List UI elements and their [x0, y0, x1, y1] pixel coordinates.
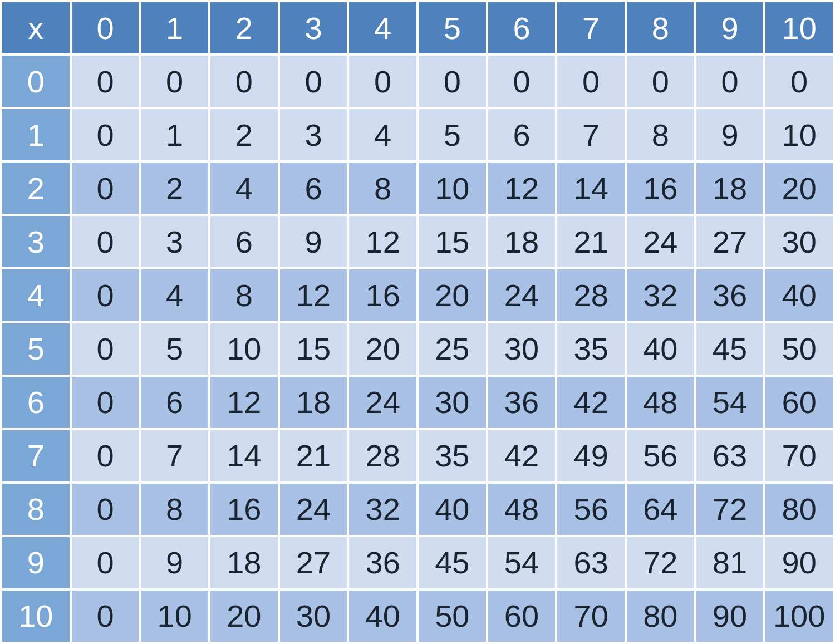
cell: 10 [764, 108, 834, 161]
cell: 24 [487, 268, 557, 322]
cell: 45 [418, 536, 487, 589]
cell: 32 [626, 268, 695, 322]
cell: 4 [140, 268, 209, 322]
cell: 32 [348, 483, 418, 536]
cell: 0 [556, 55, 626, 108]
cell: 30 [279, 589, 348, 643]
cell: 45 [695, 322, 765, 376]
cell: 16 [348, 268, 418, 322]
col-header-6: 6 [487, 1, 557, 55]
cell: 9 [140, 536, 209, 589]
cell: 0 [695, 55, 765, 108]
cell: 100 [764, 589, 834, 643]
cell: 72 [695, 483, 765, 536]
cell: 1 [140, 108, 209, 161]
cell: 48 [487, 483, 557, 536]
cell: 0 [71, 589, 140, 643]
cell: 0 [71, 376, 140, 429]
col-header-0: 0 [71, 1, 140, 55]
cell: 12 [279, 268, 348, 322]
cell: 18 [487, 215, 557, 268]
row-header-5: 5 [1, 322, 71, 376]
cell: 63 [556, 536, 626, 589]
cell: 6 [487, 108, 557, 161]
cell: 20 [209, 589, 279, 643]
cell: 27 [695, 215, 765, 268]
cell: 60 [764, 376, 834, 429]
cell: 8 [626, 108, 695, 161]
cell: 7 [556, 108, 626, 161]
cell: 3 [140, 215, 209, 268]
col-header-1: 1 [140, 1, 209, 55]
cell: 16 [626, 161, 695, 215]
cell: 10 [140, 589, 209, 643]
cell: 50 [764, 322, 834, 376]
corner-cell: x [1, 1, 71, 55]
cell: 64 [626, 483, 695, 536]
cell: 80 [764, 483, 834, 536]
cell: 0 [71, 322, 140, 376]
cell: 70 [764, 429, 834, 483]
cell: 4 [348, 108, 418, 161]
cell: 24 [348, 376, 418, 429]
cell: 0 [418, 55, 487, 108]
cell: 56 [626, 429, 695, 483]
cell: 14 [209, 429, 279, 483]
cell: 90 [695, 589, 765, 643]
cell: 12 [487, 161, 557, 215]
cell: 20 [418, 268, 487, 322]
row-header-6: 6 [1, 376, 71, 429]
row-header-0: 0 [1, 55, 71, 108]
cell: 21 [279, 429, 348, 483]
cell: 30 [418, 376, 487, 429]
col-header-9: 9 [695, 1, 765, 55]
cell: 20 [348, 322, 418, 376]
cell: 25 [418, 322, 487, 376]
cell: 18 [695, 161, 765, 215]
cell: 5 [418, 108, 487, 161]
col-header-3: 3 [279, 1, 348, 55]
cell: 40 [626, 322, 695, 376]
cell: 50 [418, 589, 487, 643]
cell: 24 [626, 215, 695, 268]
row-header-7: 7 [1, 429, 71, 483]
cell: 8 [140, 483, 209, 536]
cell: 27 [279, 536, 348, 589]
col-header-2: 2 [209, 1, 279, 55]
cell: 2 [140, 161, 209, 215]
row-header-2: 2 [1, 161, 71, 215]
cell: 0 [764, 55, 834, 108]
cell: 72 [626, 536, 695, 589]
col-header-4: 4 [348, 1, 418, 55]
col-header-5: 5 [418, 1, 487, 55]
cell: 70 [556, 589, 626, 643]
cell: 8 [209, 268, 279, 322]
cell: 36 [487, 376, 557, 429]
cell: 6 [209, 215, 279, 268]
cell: 0 [71, 268, 140, 322]
cell: 36 [348, 536, 418, 589]
cell: 12 [209, 376, 279, 429]
row-header-4: 4 [1, 268, 71, 322]
cell: 0 [71, 536, 140, 589]
cell: 36 [695, 268, 765, 322]
cell: 10 [418, 161, 487, 215]
col-header-10: 10 [764, 1, 834, 55]
cell: 9 [279, 215, 348, 268]
cell: 8 [348, 161, 418, 215]
cell: 0 [487, 55, 557, 108]
cell: 0 [279, 55, 348, 108]
cell: 20 [764, 161, 834, 215]
row-header-9: 9 [1, 536, 71, 589]
cell: 0 [71, 161, 140, 215]
cell: 14 [556, 161, 626, 215]
row-header-8: 8 [1, 483, 71, 536]
cell: 18 [209, 536, 279, 589]
cell: 5 [140, 322, 209, 376]
cell: 0 [71, 55, 140, 108]
row-header-3: 3 [1, 215, 71, 268]
cell: 35 [418, 429, 487, 483]
cell: 49 [556, 429, 626, 483]
cell: 56 [556, 483, 626, 536]
cell: 63 [695, 429, 765, 483]
